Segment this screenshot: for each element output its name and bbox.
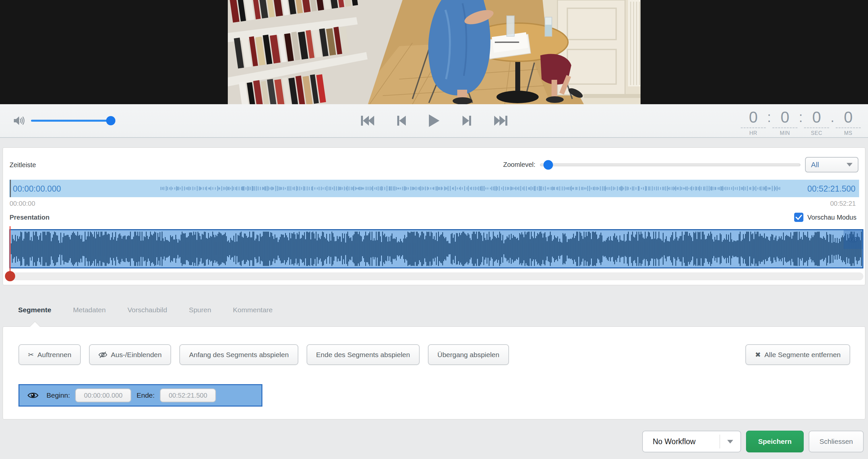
waveform-track[interactable] — [9, 229, 863, 268]
timeline-end-short: 00:52:21 — [830, 200, 856, 207]
play-segment-end-button[interactable]: Ende des Segments abspielen — [307, 344, 420, 365]
segments-toolbar: ✂ Auftrennen Aus-/Einblenden Anfang des … — [19, 344, 850, 365]
save-button[interactable]: Speichern — [746, 431, 804, 452]
volume-slider-thumb[interactable] — [106, 116, 115, 125]
volume-slider[interactable] — [31, 120, 114, 122]
chevron-down-icon — [846, 163, 852, 166]
timeline-overview-bar[interactable]: 00:00:00.000 00:52:21.500 — [9, 180, 859, 197]
zoomlevel-slider-thumb[interactable] — [543, 160, 553, 170]
zoomlevel-label: Zoomlevel: — [503, 161, 535, 169]
segment-eye-icon[interactable] — [27, 391, 38, 399]
eye-slash-icon — [99, 351, 107, 358]
zoomlevel-slider[interactable] — [540, 163, 800, 166]
preview-mode-label: Vorschau Modus — [807, 214, 857, 221]
tab-metadaten[interactable]: Metadaten — [62, 306, 116, 314]
timeline-title: Zeitleiste — [9, 161, 36, 169]
player-controls-bar: 0 HR : 0 MIN : 0 SEC . 0 MS — [0, 104, 868, 137]
video-stage — [0, 0, 868, 104]
segment-row[interactable]: Beginn: Ende: — [19, 384, 262, 406]
tab-vorschaubild[interactable]: Vorschaubild — [117, 306, 178, 314]
chevron-down-icon — [727, 440, 733, 443]
close-button[interactable]: Schliessen — [809, 431, 864, 452]
preview-mode-toggle[interactable]: Vorschau Modus — [794, 213, 857, 222]
eye-icon — [847, 236, 860, 244]
play-transition-button[interactable]: Übergang abspielen — [428, 344, 509, 365]
time-display: 0 HR : 0 MIN : 0 SEC . 0 MS — [741, 109, 861, 136]
workflow-select[interactable]: No Workflow — [642, 431, 741, 452]
time-milliseconds: 0 MS — [836, 109, 861, 136]
volume-icon[interactable] — [13, 115, 25, 126]
split-button[interactable]: ✂ Auftrennen — [19, 344, 81, 365]
playhead-handle[interactable] — [5, 271, 15, 281]
segment-end-label: Ende: — [136, 391, 155, 399]
waveform-svg — [10, 230, 862, 268]
timeline-start-edge — [10, 180, 11, 197]
play-segment-start-button[interactable]: Anfang des Segments abspielen — [179, 344, 298, 365]
segment-begin-input[interactable] — [75, 389, 131, 402]
tab-segmente[interactable]: Segmente — [7, 306, 62, 314]
track-filter-select[interactable]: All — [805, 157, 859, 173]
active-tab-notch — [30, 321, 40, 331]
editor-tabs: Segmente Metadaten Vorschaubild Spuren K… — [7, 306, 283, 314]
tab-kommentare[interactable]: Kommentare — [222, 306, 283, 314]
remove-all-segments-button[interactable]: ✖ Alle Segmente entfernen — [745, 344, 850, 365]
preview-mode-checkbox[interactable] — [794, 213, 803, 222]
timeline-start-short: 00:00:00 — [9, 200, 35, 207]
skip-to-start-button[interactable] — [361, 115, 374, 126]
time-minutes: 0 MIN — [772, 109, 798, 136]
segment-visibility-corner[interactable] — [844, 230, 862, 249]
footer-actions: No Workflow Speichern Schliessen — [642, 431, 864, 452]
tab-spuren[interactable]: Spuren — [178, 306, 222, 314]
time-seconds: 0 SEC — [804, 109, 829, 136]
segment-begin-label: Beginn: — [46, 391, 70, 399]
playhead-line — [9, 226, 10, 276]
timeline-end-time: 00:52:21.500 — [807, 184, 856, 193]
timeline-scrollbar[interactable] — [9, 272, 863, 280]
step-forward-button[interactable] — [463, 115, 471, 126]
skip-to-end-button[interactable] — [494, 115, 507, 126]
segment-end-input[interactable] — [160, 389, 216, 402]
segments-panel: ✂ Auftrennen Aus-/Einblenden Anfang des … — [3, 327, 865, 420]
track-title: Presentation — [9, 214, 50, 221]
step-backward-button[interactable] — [397, 115, 406, 126]
video-player-panel: 0 HR : 0 MIN : 0 SEC . 0 MS — [0, 0, 868, 138]
play-button[interactable] — [429, 115, 439, 127]
timeline-mini-waveform — [9, 180, 859, 197]
toggle-visibility-button[interactable]: Aus-/Einblenden — [89, 344, 171, 365]
x-icon: ✖ — [755, 351, 761, 359]
time-hours: 0 HR — [741, 109, 766, 136]
timeline-panel: Zeitleiste Zoomlevel: All 00:00:00.000 0… — [3, 147, 865, 285]
scissors-icon: ✂ — [28, 351, 34, 359]
video-frame — [228, 0, 641, 104]
timeline-start-time: 00:00:00.000 — [13, 184, 61, 193]
